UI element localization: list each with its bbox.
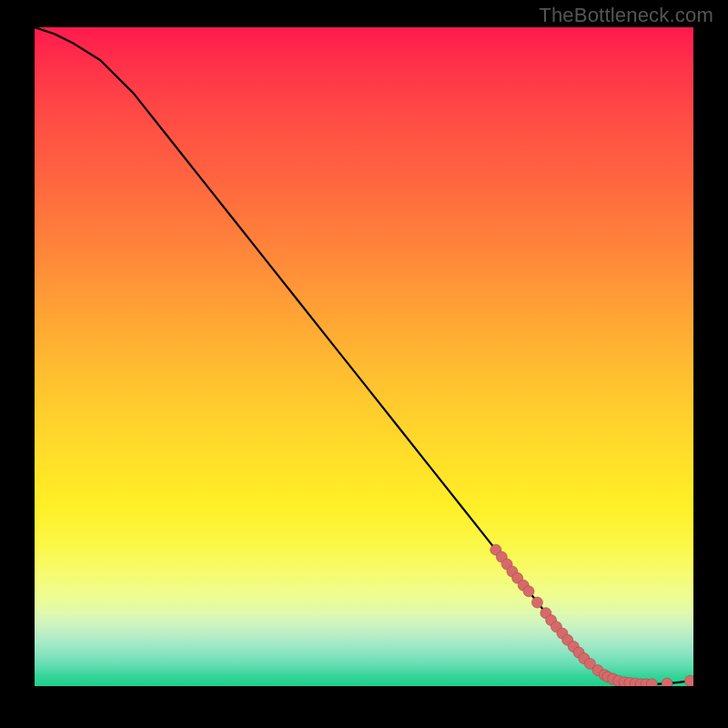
marker-dot [496,551,507,562]
plot-area [35,27,693,686]
marker-dot [490,544,501,555]
marker-dot [602,672,613,682]
marker-dot [501,559,512,570]
marker-dot [573,647,584,658]
marker-group [490,544,693,686]
marker-dot [641,679,652,686]
marker-dot [684,675,693,686]
marker-dot [646,679,657,686]
marker-dot [584,658,595,669]
marker-dot [592,665,603,676]
marker-dot [531,597,542,608]
marker-dot [630,678,641,686]
marker-dot [579,653,590,664]
marker-dot [541,608,551,619]
marker-dot [551,622,561,632]
chart-frame: TheBottleneck.com [0,0,728,728]
marker-dot [619,677,630,686]
attribution-label: TheBottleneck.com [539,4,713,27]
marker-dot [518,580,529,591]
marker-dot [635,679,646,686]
chart-svg [35,27,693,686]
marker-dot [599,670,610,681]
marker-dot [512,572,523,583]
marker-dot [662,678,672,686]
marker-dot [624,677,635,686]
marker-dot [612,675,623,686]
marker-dot [546,615,557,626]
bottleneck-curve [35,27,693,684]
marker-dot [562,634,573,645]
marker-dot [557,628,568,639]
marker-dot [608,673,619,684]
marker-dot [523,586,534,597]
marker-dot [507,566,518,577]
marker-dot [568,642,579,652]
